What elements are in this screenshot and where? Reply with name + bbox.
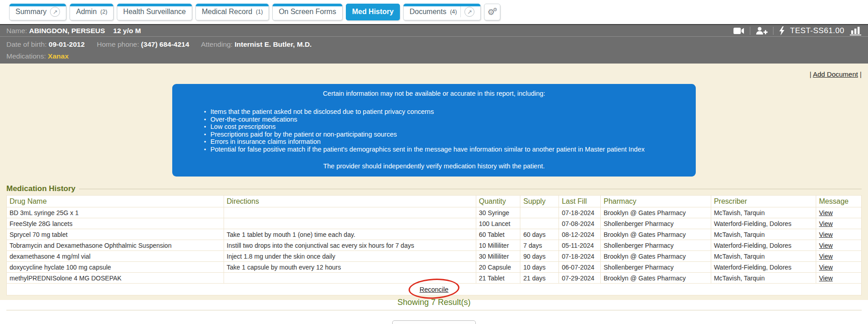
add-document-link[interactable]: Add Document <box>813 70 858 78</box>
tab-summary[interactable]: Summary ↗ <box>9 4 66 20</box>
table-body: BD 3mL syringe 25G x 1 30 Syringe 07-18-… <box>7 207 862 284</box>
tab-health-surveillance[interactable]: Health Surveillance <box>117 4 192 20</box>
divider <box>750 27 750 35</box>
col-last-fill: Last Fill <box>559 196 601 207</box>
cell-prescriber: McTavish, Tarquin <box>711 251 816 262</box>
col-prescriber: Prescriber <box>711 196 816 207</box>
patient-dob: 09-01-2012 <box>49 40 85 48</box>
cell-prescriber: Waterford-Fielding, Dolores <box>711 240 816 251</box>
table-row: BD 3mL syringe 25G x 1 30 Syringe 07-18-… <box>7 207 862 218</box>
cell-drug-name: methylPREDNISolone 4 MG DOSEPAK <box>7 273 224 284</box>
import-medical-history-button[interactable]: Import Medical History <box>392 320 475 324</box>
cell-supply: 60 days <box>520 229 559 240</box>
share-icon[interactable]: ↗ <box>464 7 474 17</box>
divider <box>773 27 773 35</box>
cell-quantity: 21 Tablet <box>476 273 520 284</box>
tab-med-history[interactable]: Med History <box>346 4 400 20</box>
add-document-row: | Add Document | <box>0 64 868 78</box>
tab-medical-record[interactable]: Medical Record (1) <box>195 4 269 20</box>
table-row: methylPREDNISolone 4 MG DOSEPAK 21 Table… <box>7 273 862 284</box>
pipe: | <box>858 70 862 78</box>
cell-pharmacy: Shollenberger Pharmacy <box>601 240 711 251</box>
bar-chart-icon[interactable] <box>850 26 862 35</box>
cell-supply: 10 days <box>520 262 559 273</box>
view-message-link[interactable]: View <box>819 220 833 227</box>
patient-phone: (347) 684-4214 <box>141 40 189 48</box>
notice-bullet-item: Over-the-counter medications <box>204 116 678 123</box>
col-drug-name: Drug Name <box>7 196 224 207</box>
cell-pharmacy: Shollenberger Pharmacy <box>601 262 711 273</box>
legend-rule <box>79 189 862 189</box>
notice-bullet-item: Items that the patient asked not be disc… <box>204 108 678 116</box>
cell-drug-name: doxycycline hyclate 100 mg capsule <box>7 262 224 273</box>
cell-directions: Take 1 tablet by mouth 1 (one) time each… <box>224 229 476 240</box>
tab-documents[interactable]: Documents (4) ↗ <box>403 4 481 20</box>
attending-label: Attending: <box>201 40 233 48</box>
col-supply: Supply <box>520 196 559 207</box>
cell-drug-name: Tobramycin and Dexamethasone Ophthalmic … <box>7 240 224 251</box>
patient-name-bar: Name: ABINGDON, PERSEUS 12 y/o M TEST-SS… <box>0 24 868 37</box>
cell-prescriber: Waterford-Fielding, Dolores <box>711 218 816 229</box>
notice-bullet-item: Low cost prescriptions <box>204 123 678 131</box>
table-row: Sprycel 70 mg tablet Take 1 tablet by mo… <box>7 229 862 240</box>
col-message: Message <box>816 196 862 207</box>
reconcile-link[interactable]: Reconcile <box>419 286 449 293</box>
cell-last-fill: 07-18-2024 <box>559 251 601 262</box>
cell-pharmacy: Brooklyn @ Gates Pharmacy <box>601 251 711 262</box>
share-icon[interactable]: ↗ <box>50 7 60 17</box>
medication-history-table: Drug Name Directions Quantity Supply Las… <box>6 195 862 284</box>
cell-pharmacy: Brooklyn @ Gates Pharmacy <box>601 207 711 218</box>
lightning-icon[interactable] <box>779 26 785 35</box>
cell-quantity: 60 Tablet <box>476 229 520 240</box>
view-message-link[interactable]: View <box>819 242 833 249</box>
cell-last-fill: 07-08-2024 <box>559 218 601 229</box>
add-person-icon[interactable] <box>756 27 768 35</box>
tab-admin[interactable]: Admin (2) <box>70 4 114 20</box>
content-area: | Add Document | Certain information may… <box>0 64 868 300</box>
notice-footer: The provider should independently verify… <box>190 162 678 170</box>
cell-quantity: 30 Milliliter <box>476 251 520 262</box>
table-row: dexamethasone 4 mg/ml vial Inject 1.8 mg… <box>7 251 862 262</box>
cell-last-fill: 05-11-2024 <box>559 240 601 251</box>
table-header-row: Drug Name Directions Quantity Supply Las… <box>7 196 862 207</box>
cell-supply: 21 days <box>520 273 559 284</box>
view-message-link[interactable]: View <box>819 253 833 260</box>
tab-on-screen-forms-label: On Screen Forms <box>279 8 336 16</box>
tab-admin-label: Admin <box>76 8 96 16</box>
cell-prescriber: Waterford-Fielding, Dolores <box>711 262 816 273</box>
notice-bullet-list: Items that the patient asked not be disc… <box>204 108 678 153</box>
cell-supply: 90 days <box>520 251 559 262</box>
cell-directions <box>224 207 476 218</box>
col-directions: Directions <box>224 196 476 207</box>
tab-on-screen-forms[interactable]: On Screen Forms <box>272 4 342 20</box>
view-message-link[interactable]: View <box>819 231 833 238</box>
disclaimer-notice-box: Certain information may not be available… <box>172 84 696 177</box>
view-message-link[interactable]: View <box>819 275 833 282</box>
col-pharmacy: Pharmacy <box>601 196 711 207</box>
cell-pharmacy: Brooklyn @ Gates Pharmacy <box>601 229 711 240</box>
table-row: FreeStyle 28G lancets 100 Lancet 07-08-2… <box>7 218 862 229</box>
cell-directions: Inject 1.8 mg under the skin once daily <box>224 251 476 262</box>
results-count-text: Showing 7 Result(s) <box>6 295 862 310</box>
cell-supply <box>520 207 559 218</box>
patient-attending: Internist E. Butler, M.D. <box>234 40 312 48</box>
cell-directions: Instill two drops into the conjunctival … <box>224 240 476 251</box>
view-message-link[interactable]: View <box>819 209 833 216</box>
notice-bullet-item: Prescriptions paid for by the patient or… <box>204 131 678 138</box>
tab-medical-record-count: (1) <box>256 9 263 15</box>
medication-history-section: Medication History Drug Name Directions … <box>6 184 862 324</box>
patient-medications[interactable]: Xanax <box>48 52 69 60</box>
tab-documents-label: Documents <box>409 8 446 16</box>
video-camera-icon[interactable] <box>733 27 744 34</box>
cell-pharmacy: Shollenberger Pharmacy <box>601 218 711 229</box>
name-label: Name: <box>6 27 27 35</box>
notice-bullet-item: Errors in insurance claims information <box>204 138 678 146</box>
view-message-link[interactable]: View <box>819 264 833 271</box>
settings-gears-button[interactable]: ⚙⚙ <box>484 4 500 20</box>
patient-age-sex: 12 y/o M <box>113 27 141 35</box>
station-id: TEST-SS61.00 <box>790 26 844 35</box>
cell-quantity: 10 Milliliter <box>476 240 520 251</box>
tab-admin-count: (2) <box>100 9 107 15</box>
divider <box>460 6 461 17</box>
col-quantity: Quantity <box>476 196 520 207</box>
